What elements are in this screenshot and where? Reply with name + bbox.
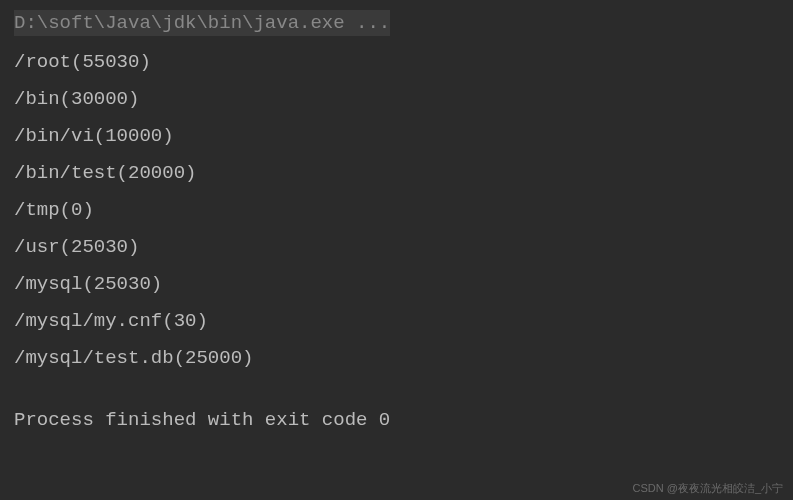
- command-line: D:\soft\Java\jdk\bin\java.exe ...: [14, 10, 390, 36]
- watermark: CSDN @夜夜流光相皎洁_小宁: [632, 481, 783, 496]
- console-output: /root(55030) /bin(30000) /bin/vi(10000) …: [14, 44, 779, 377]
- output-line: /mysql/my.cnf(30): [14, 303, 779, 340]
- output-line: /tmp(0): [14, 192, 779, 229]
- output-line: /bin/test(20000): [14, 155, 779, 192]
- output-line: /bin/vi(10000): [14, 118, 779, 155]
- output-line: /usr(25030): [14, 229, 779, 266]
- output-line: /root(55030): [14, 44, 779, 81]
- exit-message: Process finished with exit code 0: [14, 409, 779, 431]
- output-line: /bin(30000): [14, 81, 779, 118]
- output-line: /mysql/test.db(25000): [14, 340, 779, 377]
- output-line: /mysql(25030): [14, 266, 779, 303]
